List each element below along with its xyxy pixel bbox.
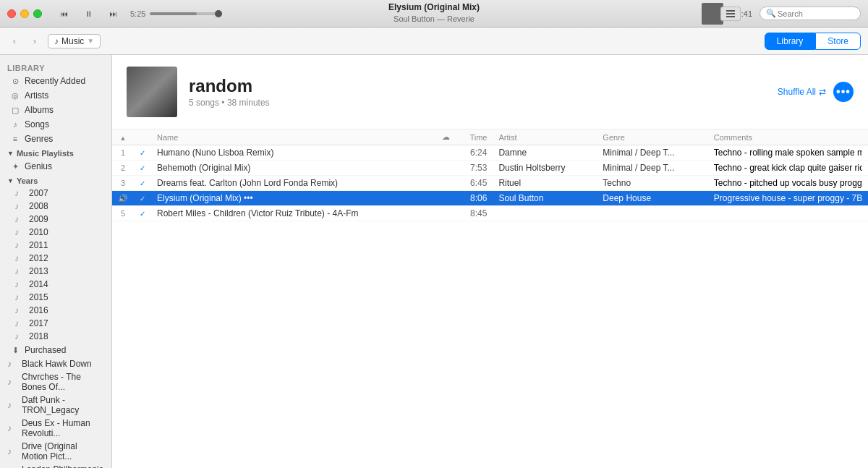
track-num: 2 [112,161,134,176]
year-label: 2014 [29,279,48,289]
col-header-cloud[interactable]: ☁ [435,129,456,145]
playlist-icon: ♪ [7,377,17,387]
sidebar-item-genius[interactable]: ✦ Genius [3,159,109,174]
sidebar-item-genres[interactable]: ≡ Genres [3,132,109,146]
year-label: 2008 [29,201,48,211]
progress-bar[interactable] [150,12,222,15]
sidebar-year-2009[interactable]: ♪2009 [0,213,111,226]
sidebar-item-albums[interactable]: ▢ Albums [3,103,109,117]
track-cloud [435,191,456,206]
list-view-button[interactable] [720,7,741,21]
note-icon: ♪ [10,119,20,129]
playlist-artwork [127,67,177,117]
header-actions: Shuffle All ⇄ ••• [778,82,854,102]
col-header-num[interactable]: ▲ [112,129,134,145]
track-comments[interactable] [708,191,868,206]
sidebar-playlist-blackhawk[interactable]: ♪ Black Hawk Down [0,357,111,370]
sidebar-year-2018[interactable]: ♪2018 [0,330,111,343]
col-header-comments[interactable]: Comments [708,129,868,145]
purchased-icon: ⬇ [10,345,20,355]
close-button[interactable] [7,9,16,18]
checkmark-icon: ✓ [140,164,145,172]
track-cloud [435,176,456,191]
playback-controls: ⏮ ⏸ ⏭ [54,7,123,20]
track-artist: Dustin Holtsberry [493,161,597,176]
search-input[interactable] [778,9,857,18]
minimize-button[interactable] [20,9,29,18]
sidebar-playlist-london1[interactable]: ♪ London Philharmonic Orch... [0,463,111,468]
track-comments[interactable] [708,161,868,176]
sidebar-label-songs: Songs [25,119,49,129]
toolbar: ‹ › ♪ Music ▼ Library Store [0,27,868,55]
music-playlists-section[interactable]: ▼ Music Playlists [0,146,111,159]
table-row[interactable]: 2 ✓ Behemoth (Original Mix) 7:53 Dustin … [112,161,868,176]
sidebar-year-2016[interactable]: ♪2016 [0,304,111,317]
playlist-meta: 5 songs • 38 minutes [189,98,766,108]
track-table-container: ▲ Name ☁ Time Artist [112,129,868,468]
sidebar-year-2008[interactable]: ♪2008 [0,200,111,213]
elapsed-time: 5:25 [130,9,145,18]
track-cloud [435,161,456,176]
track-comments[interactable] [708,176,868,191]
track-table: ▲ Name ☁ Time Artist [112,129,868,221]
col-header-name[interactable]: Name [151,129,435,145]
track-name: Elysium (Original Mix) ••• [151,191,435,206]
sidebar-item-artists[interactable]: ◎ Artists [3,88,109,103]
sidebar-playlist-drive[interactable]: ♪ Drive (Original Motion Pict... [0,440,111,463]
track-comments[interactable] [708,145,868,161]
fast-forward-button[interactable]: ⏭ [103,7,123,20]
library-button[interactable]: Library [765,33,816,50]
playlist-label: London Philharmonic Orch... [22,464,104,468]
sidebar-year-2007[interactable]: ♪2007 [0,187,111,200]
sidebar-item-purchased[interactable]: ⬇ Purchased [3,343,109,357]
sidebar-playlist-daftpunk[interactable]: ♪ Daft Punk - TRON_Legacy [0,393,111,417]
sidebar-playlist-chvrches[interactable]: ♪ Chvrches - The Bones Of... [0,370,111,393]
music-dropdown[interactable]: ♪ Music ▼ [48,34,101,48]
sidebar-year-2017[interactable]: ♪2017 [0,317,111,330]
table-row[interactable]: 3 ✓ Dreams feat. Carlton (John Lord Fond… [112,176,868,191]
cloud-icon: ☁ [442,132,450,141]
year-label: 2010 [29,227,48,237]
checkmark-icon: ✓ [140,210,145,218]
note-icon: ♪ [14,214,25,224]
more-button[interactable]: ••• [833,82,854,102]
track-time: 6:24 [456,145,493,161]
sidebar-year-2010[interactable]: ♪2010 [0,226,111,239]
pause-button[interactable]: ⏸ [78,7,98,20]
shuffle-button[interactable]: Shuffle All ⇄ [778,87,826,97]
sidebar-year-2014[interactable]: ♪2014 [0,278,111,291]
col-header-time[interactable]: Time [456,129,493,145]
table-row[interactable]: 🔊 ✓ Elysium (Original Mix) ••• 8:06 Soul… [112,191,868,206]
sidebar-label-recently-added: Recently Added [25,76,85,86]
track-num: 5 [112,206,134,221]
store-button[interactable]: Store [815,33,861,50]
sidebar-year-2015[interactable]: ♪2015 [0,291,111,304]
sidebar-label-purchased: Purchased [25,345,66,355]
sidebar-year-2013[interactable]: ♪2013 [0,265,111,278]
track-name: Robert Miles - Children (Victor Ruiz Tri… [151,206,435,221]
sidebar-item-songs[interactable]: ♪ Songs [3,117,109,132]
col-header-genre[interactable]: Genre [597,129,707,145]
forward-button[interactable]: › [27,34,42,48]
sidebar-year-2012[interactable]: ♪2012 [0,252,111,265]
maximize-button[interactable] [33,9,42,18]
year-label: 2007 [29,188,48,198]
sidebar-item-recently-added[interactable]: ⊙ Recently Added [3,74,109,88]
sidebar-year-2011[interactable]: ♪2011 [0,239,111,252]
playlist-label: Daft Punk - TRON_Legacy [22,395,104,415]
track-check: ✓ [134,161,151,176]
person-icon: ◎ [10,90,20,101]
table-row[interactable]: 1 ✓ Humano (Nuno Lisboa Remix) 6:24 Damn… [112,145,868,161]
search-box[interactable]: 🔍 [760,7,861,20]
sidebar: Library ⊙ Recently Added ◎ Artists ▢ Alb… [0,55,112,468]
progress-area[interactable]: 5:25 [130,9,222,18]
sidebar-playlist-deusex[interactable]: ♪ Deus Ex - Human Revoluti... [0,417,111,440]
col-header-artist[interactable]: Artist [493,129,597,145]
rewind-button[interactable]: ⏮ [54,7,74,20]
back-button[interactable]: ‹ [7,34,22,48]
table-row[interactable]: 5 ✓ Robert Miles - Children (Victor Ruiz… [112,206,868,221]
track-artist: Rituel [493,176,597,191]
note-icon: ♪ [14,240,25,250]
track-comments[interactable] [708,206,868,221]
years-section[interactable]: ▼ Years [0,174,111,187]
